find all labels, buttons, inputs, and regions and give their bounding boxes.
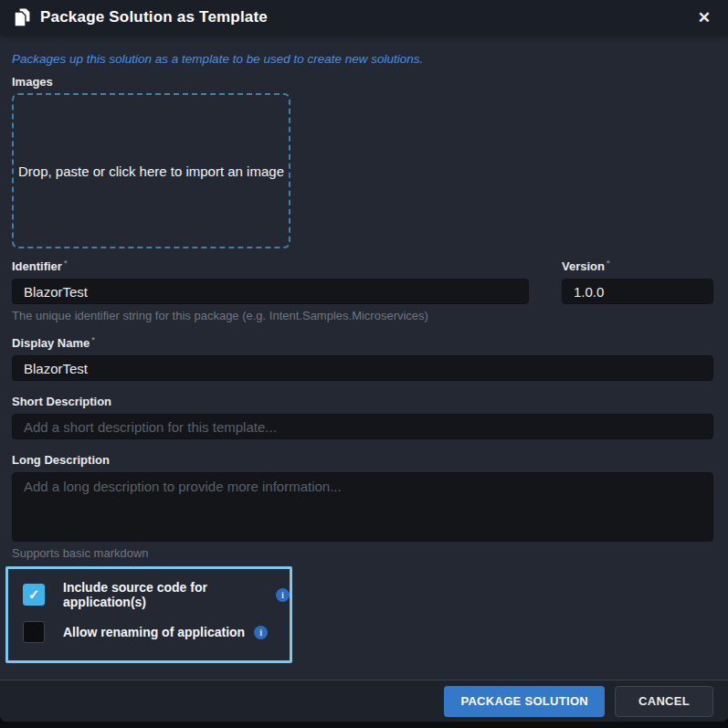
identifier-input[interactable] [12,279,529,304]
required-asterisk: * [64,258,68,268]
display-name-input[interactable] [12,355,713,381]
images-label: Images [12,75,713,89]
option-label: Include source code for application(s) [63,580,267,609]
pages-icon [14,7,31,27]
version-input[interactable] [562,279,713,304]
cancel-button[interactable]: CANCEL [615,686,713,717]
info-icon[interactable]: i [276,588,290,602]
dropzone-text: Drop, paste or click here to import an i… [18,164,284,179]
short-description-label: Short Description [12,395,713,408]
image-dropzone[interactable]: Drop, paste or click here to import an i… [12,93,290,248]
required-asterisk: * [91,335,95,344]
identifier-label: Identifier* [12,259,529,273]
modal-header: Package Solution as Template ✕ [0,0,728,35]
modal-body: Packages up this solution as a template … [0,35,728,680]
package-solution-button[interactable]: PACKAGE SOLUTION [444,686,605,717]
info-icon[interactable]: i [254,626,268,639]
include-source-checkbox[interactable]: ✓ [23,584,45,606]
option-include-source-code: ✓ Include source code for application(s)… [23,584,290,606]
options-highlight-box: ✓ Include source code for application(s)… [5,566,292,663]
short-description-input[interactable] [12,414,713,439]
display-name-label: Display Name* [12,336,713,350]
modal-footer: PACKAGE SOLUTION CANCEL [0,680,728,722]
markdown-help-text: Supports basic markdown [12,546,713,560]
identifier-help-text: The unique identifier string for this pa… [12,309,529,322]
modal-description: Packages up this solution as a template … [12,52,713,66]
package-solution-modal: Package Solution as Template ✕ Packages … [0,0,728,722]
long-description-label: Long Description [12,453,713,467]
required-asterisk: * [607,258,610,268]
option-label: Allow renaming of application [63,625,245,639]
modal-title: Package Solution as Template [40,8,268,26]
version-label: Version* [562,259,713,273]
allow-renaming-checkbox[interactable]: ✓ [23,621,45,643]
close-icon[interactable]: ✕ [694,8,714,27]
option-allow-renaming: ✓ Allow renaming of application i [23,621,290,643]
long-description-textarea[interactable] [12,472,713,542]
